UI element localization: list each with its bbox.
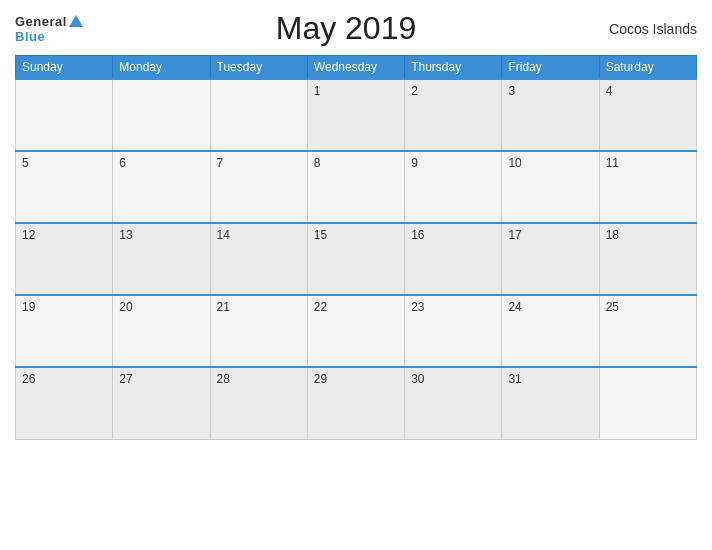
col-tuesday: Tuesday (210, 56, 307, 80)
col-wednesday: Wednesday (307, 56, 404, 80)
calendar-day-cell: 13 (113, 223, 210, 295)
calendar-day-cell: 26 (16, 367, 113, 439)
calendar-day-cell: 31 (502, 367, 599, 439)
calendar-day-cell: 30 (405, 367, 502, 439)
calendar-title: May 2019 (276, 10, 417, 47)
day-number: 5 (22, 156, 29, 170)
col-sunday: Sunday (16, 56, 113, 80)
day-number: 12 (22, 228, 35, 242)
calendar-day-cell: 23 (405, 295, 502, 367)
logo-general-text: General (15, 14, 67, 29)
day-number: 23 (411, 300, 424, 314)
calendar-day-cell: 4 (599, 79, 696, 151)
calendar-table: Sunday Monday Tuesday Wednesday Thursday… (15, 55, 697, 440)
col-monday: Monday (113, 56, 210, 80)
logo: General Blue (15, 14, 83, 44)
calendar-body: 1234567891011121314151617181920212223242… (16, 79, 697, 439)
day-number: 16 (411, 228, 424, 242)
calendar-day-cell: 7 (210, 151, 307, 223)
day-number: 17 (508, 228, 521, 242)
calendar-week-row: 262728293031 (16, 367, 697, 439)
day-number: 3 (508, 84, 515, 98)
calendar-day-cell: 14 (210, 223, 307, 295)
day-number: 26 (22, 372, 35, 386)
logo-triangle-icon (69, 15, 83, 27)
day-number: 25 (606, 300, 619, 314)
calendar-day-cell: 18 (599, 223, 696, 295)
calendar-day-cell (16, 79, 113, 151)
calendar-week-row: 19202122232425 (16, 295, 697, 367)
day-number: 29 (314, 372, 327, 386)
day-number: 21 (217, 300, 230, 314)
calendar-day-cell: 10 (502, 151, 599, 223)
calendar-header: Sunday Monday Tuesday Wednesday Thursday… (16, 56, 697, 80)
calendar-day-cell: 28 (210, 367, 307, 439)
day-number: 31 (508, 372, 521, 386)
calendar-week-row: 12131415161718 (16, 223, 697, 295)
calendar-day-cell: 1 (307, 79, 404, 151)
calendar-day-cell: 5 (16, 151, 113, 223)
calendar-day-cell: 11 (599, 151, 696, 223)
calendar-day-cell: 25 (599, 295, 696, 367)
col-saturday: Saturday (599, 56, 696, 80)
day-number: 27 (119, 372, 132, 386)
day-number: 1 (314, 84, 321, 98)
calendar-week-row: 567891011 (16, 151, 697, 223)
region-label: Cocos Islands (609, 21, 697, 37)
day-number: 14 (217, 228, 230, 242)
calendar-header-row: Sunday Monday Tuesday Wednesday Thursday… (16, 56, 697, 80)
day-number: 20 (119, 300, 132, 314)
day-number: 24 (508, 300, 521, 314)
day-number: 2 (411, 84, 418, 98)
col-friday: Friday (502, 56, 599, 80)
calendar-day-cell (210, 79, 307, 151)
calendar-day-cell: 6 (113, 151, 210, 223)
day-number: 10 (508, 156, 521, 170)
logo-blue-text: Blue (15, 29, 45, 44)
calendar-day-cell: 12 (16, 223, 113, 295)
calendar-day-cell: 9 (405, 151, 502, 223)
calendar-day-cell: 15 (307, 223, 404, 295)
day-number: 28 (217, 372, 230, 386)
calendar-week-row: 1234 (16, 79, 697, 151)
day-number: 7 (217, 156, 224, 170)
day-number: 22 (314, 300, 327, 314)
calendar-day-cell: 24 (502, 295, 599, 367)
calendar-day-cell: 20 (113, 295, 210, 367)
calendar-day-cell (599, 367, 696, 439)
calendar-day-cell: 3 (502, 79, 599, 151)
day-number: 6 (119, 156, 126, 170)
day-number: 15 (314, 228, 327, 242)
calendar-day-cell (113, 79, 210, 151)
calendar-day-cell: 17 (502, 223, 599, 295)
calendar-day-cell: 8 (307, 151, 404, 223)
day-number: 9 (411, 156, 418, 170)
day-number: 18 (606, 228, 619, 242)
day-number: 13 (119, 228, 132, 242)
day-number: 4 (606, 84, 613, 98)
day-number: 11 (606, 156, 619, 170)
calendar-day-cell: 29 (307, 367, 404, 439)
day-number: 8 (314, 156, 321, 170)
calendar-day-cell: 27 (113, 367, 210, 439)
page-header: General Blue May 2019 Cocos Islands (15, 10, 697, 47)
calendar-day-cell: 22 (307, 295, 404, 367)
day-number: 19 (22, 300, 35, 314)
calendar-day-cell: 2 (405, 79, 502, 151)
day-number: 30 (411, 372, 424, 386)
calendar-day-cell: 19 (16, 295, 113, 367)
calendar-day-cell: 21 (210, 295, 307, 367)
calendar-day-cell: 16 (405, 223, 502, 295)
col-thursday: Thursday (405, 56, 502, 80)
